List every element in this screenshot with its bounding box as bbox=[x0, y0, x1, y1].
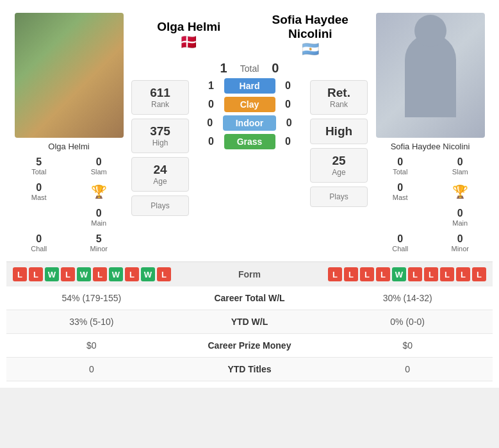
right-mast-stat: 0 Mast bbox=[371, 179, 430, 204]
grass-button[interactable]: Grass bbox=[224, 134, 275, 149]
stats-center-1: YTD W/L bbox=[177, 310, 323, 334]
hard-button[interactable]: Hard bbox=[224, 78, 275, 94]
left-high-panel: 375 High bbox=[131, 119, 189, 153]
stats-right-1: 0% (0-0) bbox=[322, 310, 493, 334]
player-right-photo bbox=[376, 13, 485, 138]
left-name-center: Olga Helmi 🇩🇰 bbox=[128, 20, 250, 51]
form-badge-right-l: L bbox=[360, 267, 374, 281]
left-slam-stat: 0 Slam bbox=[70, 154, 129, 178]
form-badge-left-w: W bbox=[109, 267, 123, 281]
indoor-row: 0 Indoor 0 bbox=[195, 115, 304, 131]
player-left-stats: 5 Total 0 Slam 0 Mast 🏆 0 Main bbox=[10, 154, 128, 255]
left-panels: 611 Rank 375 High 24 Age Plays bbox=[128, 78, 192, 218]
stats-left-2: $0 bbox=[6, 334, 177, 358]
stats-row-1: 33% (5-10) YTD W/L 0% (0-0) bbox=[6, 310, 493, 334]
right-minor-stat: 0 Minor bbox=[431, 231, 490, 255]
form-badge-left-w: W bbox=[141, 267, 155, 281]
stats-row-2: $0 Career Prize Money $0 bbox=[6, 334, 493, 358]
form-badge-left-l: L bbox=[157, 267, 171, 281]
player-right-stats: 0 Total 0 Slam 0 Mast 🏆 0 Main bbox=[371, 154, 489, 255]
names-row: Olga Helmi 🇩🇰 Sofia Haydee Nicolini 🇦🇷 bbox=[128, 13, 371, 58]
indoor-button[interactable]: Indoor bbox=[223, 115, 277, 131]
left-total-stat: 5 Total bbox=[10, 154, 69, 178]
form-badge-left-l: L bbox=[29, 267, 43, 281]
form-badge-right-l: L bbox=[328, 267, 342, 281]
form-badge-right-l: L bbox=[440, 267, 454, 281]
clay-button[interactable]: Clay bbox=[224, 97, 275, 112]
player-right-name-label: Sofia Haydee Nicolini bbox=[391, 142, 470, 151]
stats-and-surfaces: 611 Rank 375 High 24 Age Plays bbox=[128, 78, 371, 218]
form-badge-left-l: L bbox=[93, 267, 107, 281]
stats-left-3: 0 bbox=[6, 358, 177, 381]
right-total-stat: 0 Total bbox=[371, 154, 430, 178]
form-badge-left-l: L bbox=[61, 267, 75, 281]
trophy-icon-right: 🏆 bbox=[452, 184, 468, 199]
right-plays-panel: Plays bbox=[310, 187, 368, 207]
form-badge-right-l: L bbox=[376, 267, 390, 281]
form-badge-left-w: W bbox=[45, 267, 59, 281]
form-badge-left-l: L bbox=[125, 267, 139, 281]
form-badge-right-w: W bbox=[392, 267, 406, 281]
stats-row-0: 54% (179-155) Career Total W/L 30% (14-3… bbox=[6, 286, 493, 310]
left-mast-stat: 0 Mast bbox=[10, 179, 69, 204]
left-trophy: 🏆 bbox=[70, 179, 129, 204]
stats-center-3: YTD Titles bbox=[177, 358, 323, 381]
right-panels: Ret. Rank High 25 Age Plays bbox=[307, 78, 371, 209]
stats-table: 54% (179-155) Career Total W/L 30% (14-3… bbox=[6, 286, 493, 381]
stats-center-2: Career Prize Money bbox=[177, 334, 323, 358]
left-minor-stat: 5 Minor bbox=[70, 231, 129, 255]
right-rank-panel: Ret. Rank bbox=[310, 80, 368, 115]
form-badge-right-l: L bbox=[424, 267, 438, 281]
right-slam-stat: 0 Slam bbox=[431, 154, 490, 178]
left-chall-stat: 0 Chall bbox=[10, 231, 69, 255]
center-block: Olga Helmi 🇩🇰 Sofia Haydee Nicolini 🇦🇷 1… bbox=[128, 13, 371, 218]
player-left: Olga Helmi 5 Total 0 Slam 0 Mast 🏆 bbox=[10, 13, 128, 255]
form-badge-left-w: W bbox=[77, 267, 91, 281]
stats-left-0: 54% (179-155) bbox=[6, 286, 177, 310]
stats-right-2: $0 bbox=[322, 334, 493, 358]
form-badge-right-l: L bbox=[472, 267, 486, 281]
form-badge-right-l: L bbox=[344, 267, 358, 281]
right-trophy: 🏆 bbox=[431, 179, 490, 204]
right-age-panel: 25 Age bbox=[310, 148, 368, 183]
right-name-center: Sofia Haydee Nicolini 🇦🇷 bbox=[250, 13, 372, 58]
left-rank-panel: 611 Rank bbox=[131, 80, 189, 115]
left-plays-panel: Plays bbox=[131, 195, 189, 216]
main-container: Olga Helmi 5 Total 0 Slam 0 Mast 🏆 bbox=[0, 0, 499, 388]
clay-row: 0 Clay 0 bbox=[195, 97, 304, 112]
surface-buttons-block: 1 Hard 0 0 Clay 0 0 Indoor 0 bbox=[195, 78, 304, 149]
player-left-name-label: Olga Helmi bbox=[48, 142, 89, 151]
stats-right-0: 30% (14-32) bbox=[322, 286, 493, 310]
left-main-stat: 0 Main bbox=[70, 205, 129, 229]
player-right: Sofia Haydee Nicolini 0 Total 0 Slam 0 M… bbox=[371, 13, 489, 255]
stats-left-1: 33% (5-10) bbox=[6, 310, 177, 334]
right-form-badges: LLLLWLLLLL bbox=[328, 267, 486, 281]
player-left-photo bbox=[15, 13, 124, 138]
right-chall-stat: 0 Chall bbox=[371, 231, 430, 255]
silhouette-icon bbox=[405, 34, 456, 117]
grass-row: 0 Grass 0 bbox=[195, 134, 304, 149]
form-section: LLWLWLWLWL Form LLLLWLLLLL bbox=[6, 261, 493, 286]
form-label: Form bbox=[174, 269, 325, 279]
top-section: Olga Helmi 5 Total 0 Slam 0 Mast 🏆 bbox=[6, 6, 493, 261]
right-high-panel: High bbox=[310, 119, 368, 144]
left-age-panel: 24 Age bbox=[131, 157, 189, 192]
trophy-icon-left: 🏆 bbox=[91, 184, 107, 199]
form-badge-left-l: L bbox=[13, 267, 27, 281]
total-score-row: 1 Total 0 bbox=[220, 61, 279, 76]
left-form-badges: LLWLWLWLWL bbox=[13, 267, 171, 281]
stats-center-0: Career Total W/L bbox=[177, 286, 323, 310]
form-badge-right-l: L bbox=[456, 267, 470, 281]
hard-row: 1 Hard 0 bbox=[195, 78, 304, 94]
right-main-stat: 0 Main bbox=[431, 205, 490, 229]
stats-row-3: 0 YTD Titles 0 bbox=[6, 358, 493, 381]
form-badge-right-l: L bbox=[408, 267, 422, 281]
stats-right-3: 0 bbox=[322, 358, 493, 381]
